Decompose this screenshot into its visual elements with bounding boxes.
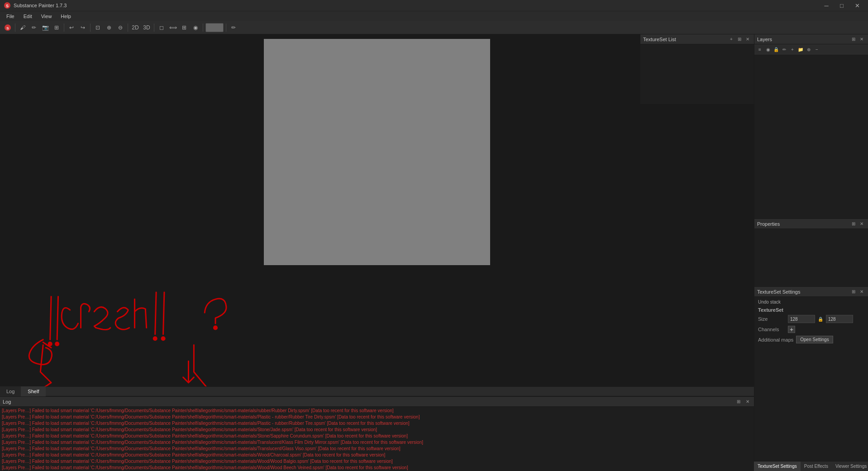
channels-row: Channels + <box>754 324 868 334</box>
tab-viewer-settings[interactable]: Viewer Settings <box>832 461 868 471</box>
size-input-2[interactable] <box>826 315 853 323</box>
toolbar-paint-btn[interactable]: 🖌 <box>18 23 28 33</box>
toolbar-zoom-in-btn[interactable]: ⊕ <box>104 23 114 33</box>
menu-edit[interactable]: Edit <box>19 13 37 20</box>
menu-file[interactable]: File <box>2 13 19 20</box>
log-line-4: [Layers Pre…] Failed to load smart mater… <box>2 433 752 439</box>
log-line-1: [Layers Pre…] Failed to load smart mater… <box>2 414 752 420</box>
textureset-settings-panel: TextureSet Settings ⊞ ✕ Undo stack Textu… <box>754 287 868 471</box>
textureset-list-close-btn[interactable]: ✕ <box>744 36 751 43</box>
svg-line-8 <box>155 292 156 334</box>
tab-shelf[interactable]: Shelf <box>21 386 46 396</box>
toolbar-zoom-fit-btn[interactable]: ⊡ <box>93 23 103 33</box>
layers-toolbar-copy[interactable]: ⊕ <box>805 46 812 53</box>
log-expand-btn[interactable]: ⊞ <box>735 398 742 405</box>
svg-text:S: S <box>6 4 9 8</box>
textureset-settings-title: TextureSet Settings <box>757 289 800 295</box>
maximize-button[interactable]: □ <box>835 0 849 10</box>
size-input-1[interactable] <box>788 315 815 323</box>
textureset-list-btn1[interactable]: + <box>728 36 735 43</box>
svg-line-4 <box>50 296 51 339</box>
toolbar-eraser-btn[interactable]: ✏ <box>29 23 39 33</box>
svg-point-11 <box>162 337 165 340</box>
toolbar-dropper-btn[interactable]: ✏ <box>229 23 238 33</box>
properties-panel-header: Properties ⊞ ✕ <box>754 219 868 229</box>
properties-panel: Properties ⊞ ✕ <box>754 219 868 287</box>
toolbar-redo-btn[interactable]: ↪ <box>78 23 88 33</box>
toolbar-view-2d-btn[interactable]: 2D <box>130 23 140 33</box>
properties-close-btn[interactable]: ✕ <box>858 220 865 228</box>
tab-textureset-settings[interactable]: TextureSet Settings <box>754 461 801 471</box>
layers-toolbar: ≡ ◉ 🔒 ✏ + 📁 ⊕ − <box>754 44 868 55</box>
log-panel-header: Log ⊞ ✕ <box>0 397 754 407</box>
layers-toolbar-settings[interactable]: ≡ <box>756 46 763 53</box>
toolbar-cam-btn[interactable]: ◉ <box>191 23 200 33</box>
toolbar-sym-btn[interactable]: ⟺ <box>168 23 178 33</box>
tab-post-effects[interactable]: Post Effects <box>801 461 832 471</box>
right-panels: Layers ⊞ ✕ ≡ ◉ 🔒 ✏ + 📁 ⊕ − Properties <box>754 34 868 471</box>
additional-maps-row: Additional maps Open Settings <box>754 334 868 345</box>
toolbar-zoom-out-btn[interactable]: ⊖ <box>115 23 125 33</box>
tab-log[interactable]: Log <box>0 386 21 396</box>
lock-icon: 🔒 <box>818 317 823 322</box>
layers-close-btn[interactable]: ✕ <box>858 36 865 43</box>
bottom-tabs: Log Shelf <box>0 386 754 396</box>
log-line-9: [Layers Pre…] Failed to load smart mater… <box>2 465 752 471</box>
layers-toolbar-delete[interactable]: − <box>813 46 820 53</box>
svg-point-12 <box>214 326 217 329</box>
layers-expand-btn[interactable]: ⊞ <box>850 36 857 43</box>
properties-body <box>754 229 868 286</box>
toolbar-sep-2 <box>64 24 64 32</box>
textureset-settings-close-btn[interactable]: ✕ <box>858 288 865 295</box>
toolbar-sep-7 <box>226 24 226 32</box>
bottom-right-tabs: TextureSet Settings Post Effects Viewer … <box>754 461 868 471</box>
layers-toolbar-visible[interactable]: ◉ <box>764 46 772 53</box>
log-line-3: [Layers Pre…] Failed to load smart mater… <box>2 427 752 433</box>
layers-toolbar-add[interactable]: + <box>789 46 796 53</box>
textureset-settings-header: TextureSet Settings ⊞ ✕ <box>754 287 868 297</box>
toolbar: S 🖌 ✏ 📷 ⊞ ↩ ↪ ⊡ ⊕ ⊖ 2D 3D ◻ ⟺ ⊞ ◉ ✏ <box>0 21 868 34</box>
textureset-list-btn2[interactable]: ⊞ <box>736 36 743 43</box>
menu-view[interactable]: View <box>37 13 57 20</box>
toolbar-undo-btn[interactable]: ↩ <box>67 23 76 33</box>
textureset-list-body <box>640 44 754 104</box>
toolbar-view-3d-btn[interactable]: 3D <box>142 23 152 33</box>
log-line-8: [Layers Pre…] Failed to load smart mater… <box>2 458 752 465</box>
textureset-label: TextureSet <box>754 305 868 314</box>
minimize-button[interactable]: ─ <box>819 0 834 10</box>
toolbar-clone-btn[interactable]: ⊞ <box>52 23 62 33</box>
additional-maps-label: Additional maps <box>758 337 793 343</box>
layers-toolbar-folder[interactable]: 📁 <box>797 46 804 53</box>
textureset-list-title: TextureSet List <box>643 37 676 42</box>
toolbar-grid-btn[interactable]: ⊞ <box>179 23 189 33</box>
close-button[interactable]: ✕ <box>850 0 864 10</box>
toolbar-brush-type-btn[interactable]: ◻ <box>157 23 167 33</box>
toolbar-sep-1 <box>15 24 15 32</box>
properties-panel-title: Properties <box>757 221 780 227</box>
textureset-list-actions: + ⊞ ✕ <box>728 36 751 43</box>
open-settings-btn[interactable]: Open Settings <box>796 336 833 343</box>
layers-panel-header: Layers ⊞ ✕ <box>754 34 868 44</box>
toolbar-sep-4 <box>128 24 128 32</box>
undo-stack-entry[interactable]: Undo stack <box>754 299 868 305</box>
layers-panel: Layers ⊞ ✕ ≡ ◉ 🔒 ✏ + 📁 ⊕ − <box>754 34 868 219</box>
app-icon: S <box>4 2 11 9</box>
log-line-6: [Layers Pre…] Failed to load smart mater… <box>2 446 752 452</box>
log-line-7: [Layers Pre…] Failed to load smart mater… <box>2 452 752 458</box>
toolbar-projection-btn[interactable]: 📷 <box>40 23 50 33</box>
svg-point-7 <box>56 343 59 346</box>
layers-toolbar-lock[interactable]: 🔒 <box>773 46 780 53</box>
toolbar-color-swatch[interactable] <box>205 23 224 32</box>
log-content: [Layers Pre…] Failed to load smart mater… <box>0 407 754 471</box>
menu-help[interactable]: Help <box>56 13 76 20</box>
layers-toolbar-paint[interactable]: ✏ <box>781 46 788 53</box>
add-channel-btn[interactable]: + <box>788 326 795 333</box>
properties-expand-btn[interactable]: ⊞ <box>850 220 857 228</box>
log-close-btn[interactable]: ✕ <box>744 398 751 405</box>
textureset-settings-actions: ⊞ ✕ <box>850 288 865 295</box>
toolbar-logo-btn[interactable]: S <box>3 23 13 33</box>
textureset-settings-expand-btn[interactable]: ⊞ <box>850 288 857 295</box>
undo-stack-item[interactable] <box>754 55 868 57</box>
window-controls: ─ □ ✕ <box>819 0 864 10</box>
canvas-view <box>264 39 490 265</box>
